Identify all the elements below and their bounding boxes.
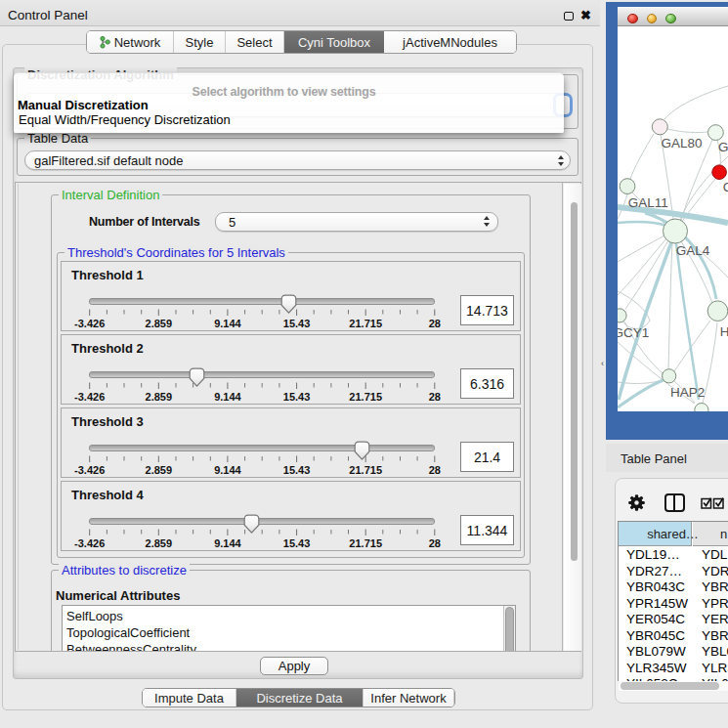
svg-text:GCY1: GCY1 bbox=[618, 325, 649, 340]
svg-text:C: C bbox=[723, 180, 728, 194]
svg-text:HAP2: HAP2 bbox=[670, 385, 705, 400]
svg-text:GAL80: GAL80 bbox=[662, 136, 703, 150]
svg-text:H: H bbox=[720, 324, 728, 339]
svg-text:GAL4: GAL4 bbox=[676, 243, 710, 258]
svg-text:GAL11: GAL11 bbox=[628, 195, 668, 210]
svg-text:GA: GA bbox=[718, 140, 728, 154]
